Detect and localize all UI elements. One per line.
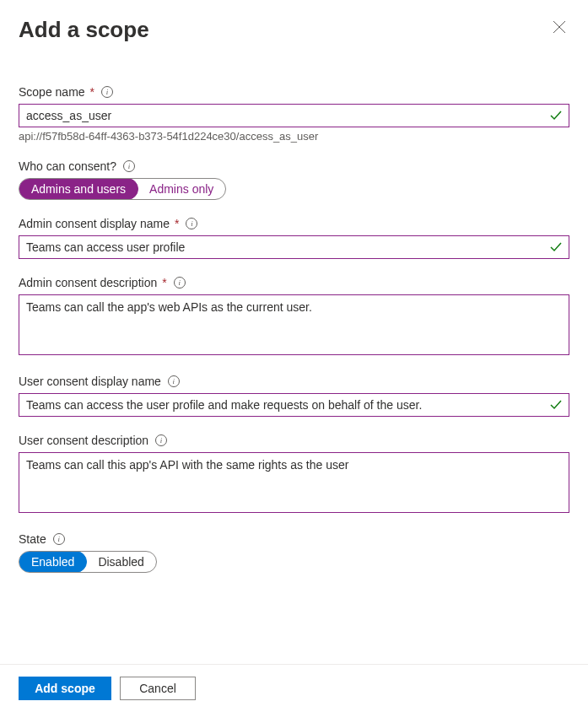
close-icon [553,24,566,36]
page-title: Add a scope [19,17,149,43]
consent-toggle: Admins and users Admins only [19,178,226,200]
admin-desc-label: Admin consent description [19,276,157,289]
admin-desc-textarea[interactable] [19,294,569,355]
user-desc-textarea[interactable] [19,452,569,513]
user-display-input[interactable] [19,393,569,417]
required-asterisk: * [162,276,166,289]
scope-uri-helper: api://f57fb58d-64ff-4363-b373-54f1d224ce… [19,130,569,143]
admin-display-input[interactable] [19,235,569,259]
required-asterisk: * [90,85,94,99]
user-desc-label: User consent description [19,434,148,447]
info-icon[interactable]: i [101,86,113,98]
info-icon[interactable]: i [123,160,135,172]
state-label: State [19,532,46,546]
user-display-label: User consent display name [19,375,161,388]
info-icon[interactable]: i [168,375,180,387]
add-scope-button[interactable]: Add scope [19,677,111,700]
scope-name-input[interactable] [19,104,569,127]
state-disabled[interactable]: Disabled [86,552,155,572]
close-button[interactable] [549,17,569,40]
info-icon[interactable]: i [186,218,197,229]
required-asterisk: * [175,217,179,230]
state-toggle: Enabled Disabled [19,551,157,573]
info-icon[interactable]: i [174,277,186,289]
info-icon[interactable]: i [53,533,65,545]
cancel-button[interactable]: Cancel [120,677,196,700]
consent-label: Who can consent? [19,159,116,173]
scope-name-label: Scope name [19,85,85,99]
consent-admins-users[interactable]: Admins and users [19,178,138,200]
consent-admins-only[interactable]: Admins only [138,179,225,199]
state-enabled[interactable]: Enabled [19,551,87,573]
info-icon[interactable]: i [155,434,167,446]
admin-display-label: Admin consent display name [19,217,170,230]
